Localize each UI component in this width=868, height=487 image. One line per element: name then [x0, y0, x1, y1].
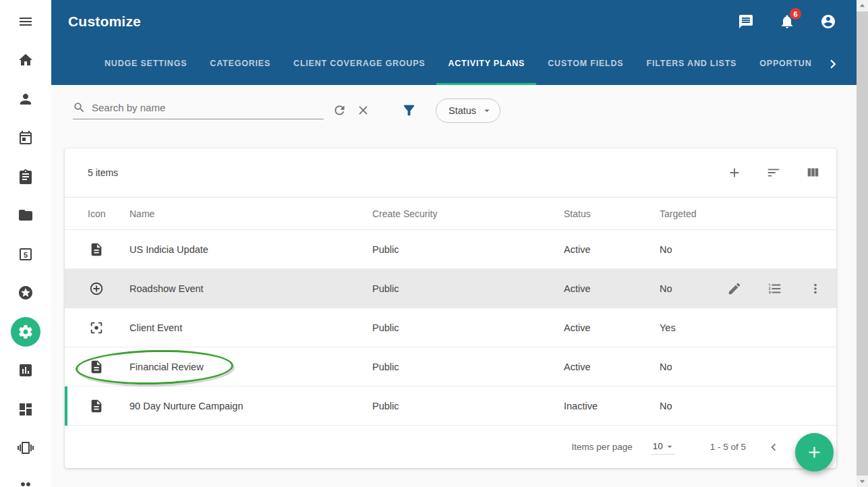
chevron-left-icon: [766, 440, 781, 455]
notification-badge: 6: [790, 8, 801, 20]
table-row[interactable]: Financial Review Public Active No: [65, 347, 836, 386]
edit-row-button[interactable]: [727, 281, 742, 296]
tab-activity-plans[interactable]: ACTIVITY PLANS: [436, 43, 536, 85]
tab-categories[interactable]: CATEGORIES: [198, 43, 282, 85]
column-header-status: Status: [564, 208, 660, 219]
add-activity-plan-fab[interactable]: [795, 433, 834, 471]
star-circle-icon: [18, 285, 34, 301]
account-circle-icon: [820, 13, 836, 30]
column-header-targeted: Targeted: [660, 208, 747, 219]
sidebar-item-calendar[interactable]: [0, 119, 51, 158]
previous-page-button[interactable]: [766, 440, 781, 455]
refresh-button[interactable]: [332, 103, 347, 117]
status-filter[interactable]: Status: [436, 98, 500, 123]
sidebar-item-favorites[interactable]: [0, 274, 51, 313]
header-actions: 6: [738, 13, 836, 30]
chevron-right-icon: [824, 55, 842, 73]
chat-icon: [738, 13, 754, 30]
scrollbar-down-button[interactable]: [857, 476, 868, 487]
window-scrollbar: [857, 0, 868, 487]
sort-icon: [766, 165, 781, 180]
app-window: 5 Customize: [0, 0, 868, 487]
status-filter-label: Status: [449, 105, 476, 116]
tabs-scroll-right-button[interactable]: [824, 55, 842, 73]
column-header-icon: Icon: [88, 208, 129, 219]
row-more-button[interactable]: [808, 281, 823, 296]
filter-funnel-icon: [401, 103, 417, 118]
cell-targeted: No: [660, 362, 747, 372]
bar-chart-icon: [18, 362, 34, 378]
page-size-value: 10: [653, 441, 663, 451]
search-icon: [73, 101, 86, 114]
document-icon: [88, 399, 129, 413]
sidebar-item-five[interactable]: 5: [0, 235, 51, 274]
scrollbar-up-button[interactable]: [857, 0, 868, 11]
page-size-select[interactable]: 10: [652, 440, 675, 455]
row-hover-actions: [727, 269, 823, 308]
row-list-button[interactable]: [768, 281, 782, 296]
filter-button[interactable]: [401, 103, 417, 118]
folder-icon: [18, 207, 34, 223]
clear-search-button[interactable]: [356, 103, 370, 117]
column-header-name: Name: [129, 208, 372, 219]
sidebar-item-home[interactable]: [0, 41, 51, 80]
cell-targeted: No: [660, 244, 747, 255]
table-row[interactable]: 90 Day Nurture Campaign Public Inactive …: [65, 386, 836, 425]
tab-custom-fields[interactable]: CUSTOM FIELDS: [536, 43, 635, 85]
sidebar-item-tasks[interactable]: [0, 157, 51, 196]
activity-plans-card: 5 items Icon Name Create Security: [65, 148, 836, 468]
table-row[interactable]: US Indicia Update Public Active No: [65, 229, 836, 268]
tab-client-coverage-groups[interactable]: CLIENT COVERAGE GROUPS: [282, 43, 436, 85]
sort-button[interactable]: [766, 165, 781, 180]
cell-name: Financial Review: [129, 362, 372, 372]
sidebar-item-settings[interactable]: [0, 312, 51, 351]
items-per-page-label: Items per page: [572, 442, 633, 452]
main-area: Customize 6 NUDGE SETTINGS CATEGORI: [51, 0, 857, 487]
cell-name: US Indicia Update: [129, 244, 372, 255]
cell-name: Client Event: [129, 322, 372, 333]
tab-opportunities[interactable]: OPPORTUN: [748, 43, 823, 85]
messages-button[interactable]: [738, 13, 754, 30]
document-icon: [88, 360, 129, 374]
pencil-icon: [727, 281, 742, 296]
search-input[interactable]: [92, 102, 324, 113]
cell-create-security: Public: [372, 283, 564, 294]
columns-icon: [805, 165, 820, 180]
chevron-down-icon: [481, 105, 493, 117]
cell-status: Active: [564, 362, 660, 372]
column-header-create-security: Create Security: [372, 208, 564, 219]
table-row[interactable]: Roadshow Event Public Active No: [65, 268, 836, 308]
table-row[interactable]: Client Event Public Active Yes: [65, 308, 836, 347]
add-item-button[interactable]: [727, 165, 742, 180]
columns-button[interactable]: [805, 165, 820, 180]
vibration-icon: [18, 440, 34, 456]
table-header-row: Icon Name Create Security Status Targete…: [65, 197, 836, 229]
app-header-top: Customize 6: [51, 0, 857, 43]
sidebar-item-files[interactable]: [0, 196, 51, 235]
sidebar-item-teams[interactable]: [0, 467, 51, 487]
sidebar-item-dashboard[interactable]: [0, 390, 51, 429]
cell-status: Active: [564, 283, 660, 294]
account-button[interactable]: [820, 13, 836, 30]
numbered-list-icon: [768, 281, 782, 296]
sidebar-item-reports[interactable]: [0, 351, 51, 391]
sidebar-item-mobile[interactable]: [0, 429, 51, 468]
cell-create-security: Public: [372, 362, 564, 372]
dashboard-icon: [18, 401, 34, 418]
more-vert-icon: [808, 281, 823, 296]
scrollbar-thumb[interactable]: [857, 11, 868, 476]
notifications-button[interactable]: 6: [779, 13, 795, 30]
svg-text:5: 5: [24, 250, 28, 258]
close-icon: [356, 103, 370, 117]
calendar-icon: [18, 130, 34, 146]
menu-button[interactable]: [0, 2, 51, 41]
items-count: 5 items: [88, 167, 118, 178]
sidebar-item-contacts[interactable]: [0, 80, 51, 119]
tab-bar: NUDGE SETTINGS CATEGORIES CLIENT COVERAG…: [51, 43, 857, 85]
tab-nudge-settings[interactable]: NUDGE SETTINGS: [93, 43, 198, 85]
app-header: Customize 6 NUDGE SETTINGS CATEGORI: [51, 0, 857, 85]
left-icon-sidebar: 5: [0, 0, 51, 487]
tab-filters-and-lists[interactable]: FILTERS AND LISTS: [635, 43, 749, 85]
plus-circle-icon: [88, 281, 129, 296]
cell-create-security: Public: [372, 401, 564, 411]
